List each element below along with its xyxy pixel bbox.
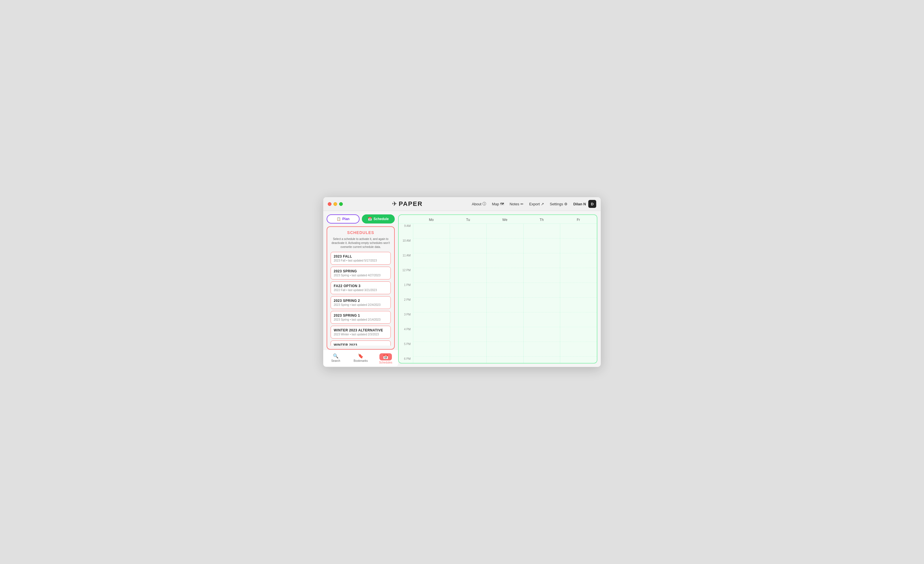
main-window: ✈ PAPER About ⓘ Map 🗺 Notes ✏ Export ↗ S…	[323, 197, 601, 367]
about-link[interactable]: About ⓘ	[472, 202, 486, 206]
calendar-day-label: We	[486, 218, 523, 222]
settings-link[interactable]: Settings ⚙	[550, 202, 568, 206]
hour-line	[413, 312, 450, 327]
search-nav-label: Search	[331, 359, 340, 362]
list-item[interactable]: 2023 SPRING 2023 Spring • last updated 4…	[331, 267, 391, 280]
hour-line	[450, 357, 487, 363]
schedule-item-meta: 2023 Fall • last updated 5/17/2023	[334, 259, 388, 262]
calendar-day-column	[523, 224, 560, 363]
schedule-item-meta: 2023 Spring • last updated 2/24/2023	[334, 303, 388, 307]
minimize-button[interactable]	[333, 202, 337, 206]
hour-line	[450, 268, 487, 283]
hour-line	[487, 268, 523, 283]
hour-line	[450, 224, 487, 239]
titlebar-left	[328, 202, 343, 206]
list-item[interactable]: 2023 FALL 2023 Fall • last updated 5/17/…	[331, 252, 391, 265]
hour-line	[560, 283, 597, 298]
time-slot: 5 PM	[399, 342, 413, 357]
hour-line	[413, 239, 450, 253]
about-icon: ⓘ	[482, 202, 486, 206]
schedule-item-name: WINTER 2023	[334, 343, 388, 346]
calendar-day-column	[486, 224, 523, 363]
map-label: Map	[492, 202, 499, 206]
time-col-header	[399, 218, 413, 222]
hour-line	[560, 342, 597, 357]
hour-line	[560, 327, 597, 342]
hour-line	[413, 342, 450, 357]
search-nav-item[interactable]: 🔍 Search	[323, 352, 348, 365]
time-slot: 9 AM	[399, 224, 413, 239]
time-slot: 10 AM	[399, 239, 413, 253]
notes-icon: ✏	[520, 202, 524, 206]
nav-links: About ⓘ Map 🗺 Notes ✏ Export ↗ Settings …	[472, 200, 596, 208]
calendar-day-column	[413, 224, 450, 363]
time-slot: 4 PM	[399, 327, 413, 342]
schedule-item-name: 2023 FALL	[334, 254, 388, 259]
hour-line	[487, 342, 523, 357]
hour-line	[413, 298, 450, 312]
avatar: D	[588, 200, 596, 208]
schedule-label: Schedule	[374, 217, 388, 221]
time-column: 9 AM10 AM11 AM12 PM1 PM2 PM3 PM4 PM5 PM6…	[399, 224, 413, 363]
avatar-initial: D	[591, 202, 593, 206]
hour-line	[487, 253, 523, 268]
hour-line	[524, 268, 560, 283]
schedule-item-name: WINTER 2023 ALTERNATIVE	[334, 328, 388, 332]
hour-line	[487, 224, 523, 239]
schedules-nav-item[interactable]: 📅 Schedules	[373, 352, 398, 365]
bookmarks-nav-label: Bookmarks	[354, 359, 368, 362]
list-item[interactable]: WINTER 2023 ALTERNATIVE 2023 Winter • la…	[331, 326, 391, 338]
list-item[interactable]: 2023 SPRING 2 2023 Spring • last updated…	[331, 296, 391, 309]
calendar-day-column	[560, 224, 597, 363]
hour-line	[524, 283, 560, 298]
calendar-day-label: Mo	[413, 218, 450, 222]
sidebar: 📋 Plan 📅 Schedule SCHEDULES Select a sch…	[327, 214, 395, 364]
close-button[interactable]	[328, 202, 332, 206]
calendar-day-label: Tu	[450, 218, 487, 222]
hour-line	[487, 239, 523, 253]
schedule-list: 2023 FALL 2023 Fall • last updated 5/17/…	[331, 252, 391, 346]
list-item[interactable]: FA22 OPTION 3 2022 Fall • last updated 3…	[331, 281, 391, 294]
list-item[interactable]: WINTER 2023 2023 Winter • last updated 1…	[331, 340, 391, 346]
schedule-tab-button[interactable]: 📅 Schedule	[362, 214, 395, 224]
schedule-item-meta: 2023 Winter • last updated 2/3/2023	[334, 333, 388, 336]
hour-line	[450, 312, 487, 327]
map-link[interactable]: Map 🗺	[492, 202, 504, 206]
bookmarks-nav-item[interactable]: 🔖 Bookmarks	[348, 352, 373, 365]
tab-buttons: 📋 Plan 📅 Schedule	[327, 214, 395, 224]
user-name: Dilan N	[573, 202, 586, 206]
notes-label: Notes	[510, 202, 519, 206]
export-icon: ↗	[541, 202, 544, 206]
calendar-body: 9 AM10 AM11 AM12 PM1 PM2 PM3 PM4 PM5 PM6…	[399, 224, 597, 363]
about-label: About	[472, 202, 481, 206]
hour-line	[560, 239, 597, 253]
logo-icon: ✈	[392, 200, 397, 208]
hour-line	[524, 357, 560, 363]
list-item[interactable]: 2023 SPRING 1 2023 Spring • last updated…	[331, 311, 391, 324]
hour-line	[413, 327, 450, 342]
plan-label: Plan	[342, 217, 350, 221]
hour-line	[450, 298, 487, 312]
calendar-area: MoTuWeThFr 9 AM10 AM11 AM12 PM1 PM2 PM3 …	[398, 214, 597, 364]
hour-line	[524, 312, 560, 327]
hour-line	[487, 327, 523, 342]
hour-line	[450, 253, 487, 268]
bookmarks-nav-icon: 🔖	[358, 353, 363, 359]
schedule-item-name: FA22 OPTION 3	[334, 284, 388, 288]
maximize-button[interactable]	[339, 202, 343, 206]
schedules-title: SCHEDULES	[331, 230, 391, 235]
hour-line	[413, 253, 450, 268]
bottom-nav: 🔍 Search 🔖 Bookmarks 📅 Schedules	[323, 350, 398, 366]
schedule-item-name: 2023 SPRING 2	[334, 299, 388, 303]
user-badge: Dilan N D	[573, 200, 596, 208]
schedules-nav-label: Schedules	[379, 361, 393, 364]
hour-line	[524, 253, 560, 268]
notes-link[interactable]: Notes ✏	[510, 202, 524, 206]
hour-line	[524, 327, 560, 342]
export-link[interactable]: Export ↗	[529, 202, 544, 206]
calendar-day-label: Fr	[560, 218, 597, 222]
logo-text: PAPER	[399, 200, 423, 208]
plan-tab-button[interactable]: 📋 Plan	[327, 214, 360, 224]
hour-line	[560, 312, 597, 327]
hour-line	[560, 298, 597, 312]
